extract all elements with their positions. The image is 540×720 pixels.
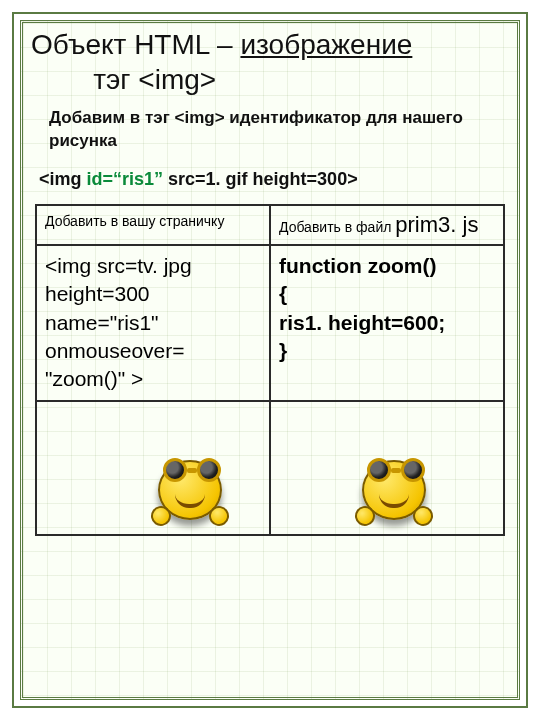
code-rest: src=1. gif height=300> xyxy=(163,169,358,189)
code-id-keyword: id xyxy=(87,169,103,189)
fn-open-brace: { xyxy=(279,280,495,308)
table-body-row: <img src=tv. jpg height=300 name="ris1" … xyxy=(36,245,504,401)
left-code-block: <img src=tv. jpg height=300 name="ris1" … xyxy=(45,252,261,394)
table-header-left: Добавить в вашу страничку xyxy=(36,205,270,245)
code-id-value: “ris1” xyxy=(113,169,163,189)
slide-content: Объект HTML – изображение тэг <img> Доба… xyxy=(29,23,511,691)
table-header-right: Добавить в файл prim3. js xyxy=(270,205,504,245)
title-part-underlined: изображение xyxy=(240,29,412,60)
slide-inner-frame: Объект HTML – изображение тэг <img> Доба… xyxy=(20,20,520,700)
table-illustration-row xyxy=(36,401,504,535)
table-header-row: Добавить в вашу страничку Добавить в фай… xyxy=(36,205,504,245)
right-code-block: function zoom() { ris1. height=600; } xyxy=(279,252,495,365)
right-header-main: prim3. js xyxy=(395,212,478,237)
smiley-container-left xyxy=(45,408,261,528)
code-example: <img id=“ris1” src=1. gif height=300> xyxy=(39,169,505,190)
smiley-icon xyxy=(155,454,225,524)
code-open: <img xyxy=(39,169,87,189)
fn-statement: ris1. height=600; xyxy=(279,309,495,337)
table-cell-smiley-left xyxy=(36,401,270,535)
slide-title: Объект HTML – изображение тэг <img> xyxy=(31,27,505,97)
code-eq: = xyxy=(103,169,114,189)
intro-text: Добавим в тэг <img> идентификатор для на… xyxy=(49,107,505,153)
table-cell-right: function zoom() { ris1. height=600; } xyxy=(270,245,504,401)
smiley-icon xyxy=(359,454,429,524)
right-header-prefix: Добавить в файл xyxy=(279,219,395,235)
left-header-prefix: Добавить xyxy=(45,213,111,229)
fn-close-brace: } xyxy=(279,337,495,365)
title-part-plain: Объект HTML – xyxy=(31,29,240,60)
slide-outer-frame: Объект HTML – изображение тэг <img> Доба… xyxy=(12,12,528,708)
two-column-table: Добавить в вашу страничку Добавить в фай… xyxy=(35,204,505,536)
fn-decl: function zoom() xyxy=(279,252,495,280)
left-header-main: в вашу страничку xyxy=(111,213,225,229)
table-cell-smiley-right xyxy=(270,401,504,535)
table-cell-left: <img src=tv. jpg height=300 name="ris1" … xyxy=(36,245,270,401)
smiley-container-right xyxy=(279,408,495,528)
title-line2: тэг <img> xyxy=(93,64,216,95)
